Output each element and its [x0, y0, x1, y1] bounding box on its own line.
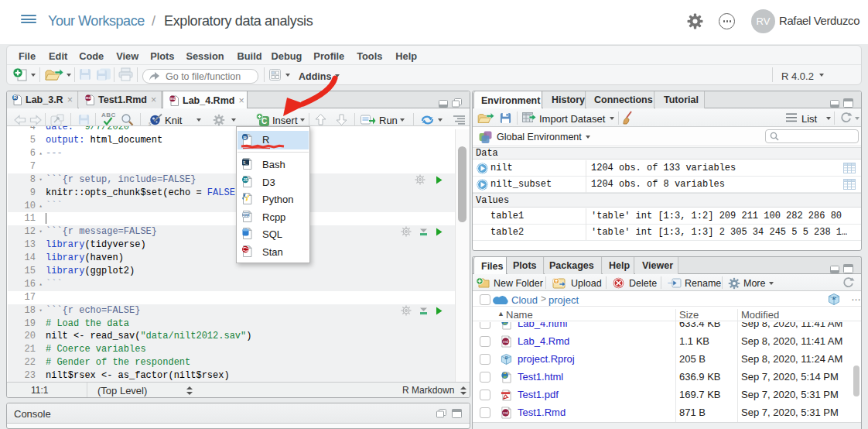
svg-text:md: md [170, 97, 176, 101]
svg-text:R: R [504, 355, 508, 360]
svg-text:R: R [243, 135, 247, 140]
svg-text:R: R [832, 295, 836, 301]
svg-text:md: md [503, 410, 509, 415]
svg-text:s: s [149, 121, 152, 126]
svg-text:R: R [13, 94, 17, 100]
svg-text:S_: S_ [243, 160, 248, 166]
svg-text:JS: JS [243, 177, 248, 182]
svg-text:cpp: cpp [242, 212, 249, 217]
svg-text:md: md [503, 339, 509, 344]
svg-text:md: md [86, 96, 91, 100]
